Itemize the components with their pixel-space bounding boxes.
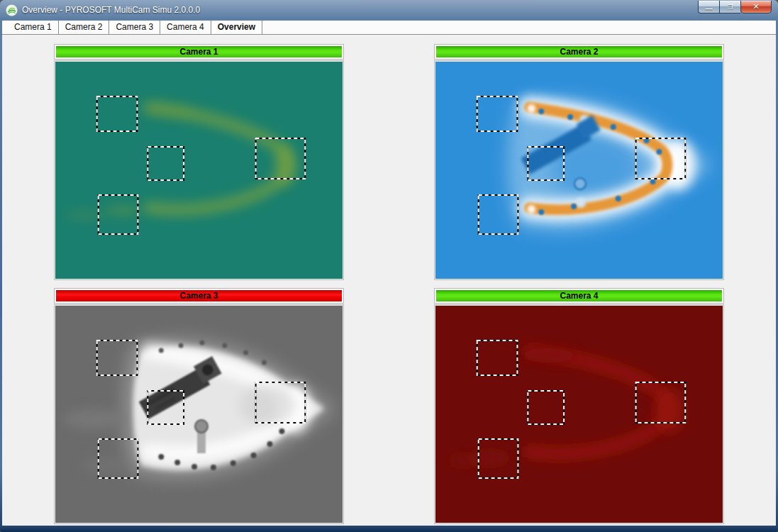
camera-2-view[interactable] (435, 61, 723, 279)
tab-overview[interactable]: Overview (211, 21, 262, 34)
camera-3-view[interactable] (55, 305, 343, 523)
tab-bar: Camera 1 Camera 2 Camera 3 Camera 4 Over… (2, 21, 776, 35)
window-controls: — ❐ ✕ (698, 1, 772, 13)
overview-grid: Camera 1 (2, 35, 776, 525)
app-window: Overview - PYROSOFT MultiCam Simu 2.0.0.… (0, 0, 778, 532)
tab-camera-2[interactable]: Camera 2 (59, 21, 110, 34)
tab-camera-3[interactable]: Camera 3 (109, 21, 160, 34)
camera-3-status-header: Camera 3 (55, 289, 343, 303)
tab-camera-1[interactable]: Camera 1 (8, 21, 59, 34)
title-bar: Overview - PYROSOFT MultiCam Simu 2.0.0.… (0, 0, 778, 21)
camera-1-status-header: Camera 1 (55, 45, 343, 59)
window-title: Overview - PYROSOFT MultiCam Simu 2.0.0.… (22, 5, 200, 15)
camera-panel-2: Camera 2 (435, 45, 723, 282)
camera-1-view[interactable] (55, 61, 343, 279)
close-icon: ✕ (752, 2, 759, 11)
camera-panel-1: Camera 1 (55, 45, 343, 282)
maximize-button[interactable]: ❐ (719, 1, 740, 13)
camera-4-status-header: Camera 4 (435, 289, 723, 303)
minimize-icon: — (706, 5, 713, 13)
app-icon (6, 4, 18, 16)
maximize-icon: ❐ (727, 4, 733, 11)
close-button[interactable]: ✕ (740, 1, 772, 13)
tab-camera-4[interactable]: Camera 4 (160, 21, 211, 34)
minimize-button[interactable]: — (698, 1, 719, 13)
camera-panel-4: Camera 4 (435, 289, 723, 526)
app-body: Camera 1 Camera 2 Camera 3 Camera 4 Over… (2, 21, 776, 526)
camera-4-view[interactable] (435, 305, 723, 523)
camera-panel-3: Camera 3 (55, 289, 343, 526)
camera-2-status-header: Camera 2 (435, 45, 723, 59)
